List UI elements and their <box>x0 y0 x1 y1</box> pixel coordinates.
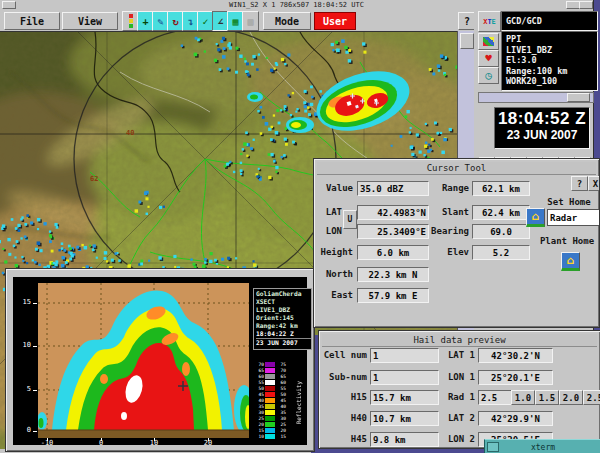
screen: WIN1_S2 X 1 786x507 18:04:52 UTC File Vi… <box>0 0 600 453</box>
map-label: 40 <box>126 129 134 137</box>
elev-field[interactable]: 5.2 <box>472 245 530 260</box>
x-tick: 10 <box>144 439 164 447</box>
lon1-label: LON 1 <box>421 370 475 383</box>
product-mosaic-icon[interactable] <box>478 33 499 50</box>
xsect-plot <box>38 283 249 438</box>
lon2-label: LON 2 <box>421 432 475 445</box>
bearing-label: Bearing <box>424 224 469 237</box>
user-mode-badge: User <box>314 12 356 30</box>
xterm-title: xterm <box>531 443 555 452</box>
scrollbar-thumb[interactable] <box>567 93 590 102</box>
y-tick: 5 <box>15 385 31 393</box>
xsect-legend-title: Reflectivity <box>295 367 302 439</box>
product-info-display: PPI LIVE1_DBZ El:3.0 Range:100 km WORK20… <box>501 31 598 91</box>
minimize-icon[interactable] <box>566 1 580 9</box>
h40-label: H40 <box>321 411 367 424</box>
east-label: East <box>318 288 353 301</box>
cell-num-label: Cell num <box>321 348 367 361</box>
xsect-canvas[interactable]: 15 10 5 0 -10 0 10 20 GoliamCherda XSECT… <box>13 277 307 445</box>
value-label: Value <box>322 181 353 194</box>
xsect-info-box: GoliamCherda XSECT LIVE1_DBZ Orient:145 … <box>253 288 312 350</box>
y-tick: 0 <box>15 426 31 434</box>
x-tick: 0 <box>91 439 111 447</box>
rad1-label: Rad 1 <box>421 390 475 403</box>
north-label: North <box>318 267 353 280</box>
slant-label: Slant <box>424 205 469 218</box>
file-menu-button[interactable]: File <box>4 12 60 30</box>
home-icon[interactable]: ⌂ <box>526 208 545 227</box>
mode-menu-button[interactable]: Mode <box>263 12 311 30</box>
dialog-close-button[interactable]: X <box>588 176 600 191</box>
east-field[interactable]: 57.9 km E <box>357 288 429 303</box>
xterm-titlebar[interactable]: xterm <box>484 439 600 453</box>
lon-field[interactable]: 25.3409°E <box>357 224 429 239</box>
rad1-option-button[interactable]: 2.5 <box>583 390 600 405</box>
panel-horizontal-scrollbar[interactable] <box>478 92 594 103</box>
lat-field[interactable]: 42.4983°N <box>357 205 429 220</box>
bearing-field[interactable]: 69.0 <box>472 224 530 239</box>
xsect-window[interactable]: 15 10 5 0 -10 0 10 20 GoliamCherda XSECT… <box>5 268 315 452</box>
view-menu-button[interactable]: View <box>62 12 118 30</box>
xterm-menu-icon[interactable] <box>487 442 499 452</box>
clock-display: 18:04:52 Z 23 JUN 2007 <box>494 107 590 149</box>
range-field[interactable]: 62.1 km <box>472 181 530 196</box>
dialog-help-button[interactable]: ? <box>571 176 588 191</box>
favorites-heart-icon[interactable]: ♥ <box>478 50 499 67</box>
y-tick: 10 <box>15 341 31 349</box>
elev-label: Elev <box>424 245 469 258</box>
product-link-icon[interactable]: XTE <box>478 11 501 32</box>
height-label: Height <box>318 245 353 258</box>
value-field[interactable]: 35.0 dBZ <box>357 181 429 196</box>
clock-time: 18:04:52 Z <box>495 109 589 128</box>
slant-field[interactable]: 62.4 km <box>472 205 530 220</box>
cursor-tool-titlebar[interactable]: Cursor Tool <box>317 162 596 175</box>
scrollbar-thumb[interactable] <box>460 33 474 49</box>
x-tick: 20 <box>198 439 218 447</box>
xsect-legend: 7075657060655560505545504045354030352530… <box>253 361 287 439</box>
print-icon: ▥ <box>242 11 259 31</box>
lat1-label: LAT 1 <box>421 348 475 361</box>
lat2-label: LAT 2 <box>421 411 475 424</box>
range-label: Range <box>424 181 469 194</box>
clock-icon[interactable]: ◷ <box>478 67 499 84</box>
hail-titlebar[interactable]: Hail data preview <box>322 334 597 347</box>
window-menu-icon[interactable] <box>2 1 16 9</box>
sub-num-label: Sub-num <box>321 370 367 383</box>
clock-date: 23 JUN 2007 <box>495 128 589 142</box>
rad1-option-button[interactable]: 1.0 <box>511 390 535 405</box>
plant-home-icon[interactable]: ⌂ <box>561 252 580 271</box>
height-field[interactable]: 6.0 km <box>357 245 429 260</box>
h15-label: H15 <box>321 390 367 403</box>
plant-home-label: Plant Home <box>536 234 598 247</box>
lat1-field[interactable]: 42°30.2'N <box>478 348 553 363</box>
lon-label: LON <box>322 224 342 237</box>
maximize-icon[interactable] <box>579 1 593 9</box>
rad1-option-button[interactable]: 2.0 <box>559 390 583 405</box>
y-tick: 15 <box>15 298 31 306</box>
rad1-field[interactable]: 2.5 <box>478 390 513 405</box>
set-home-label: Set Home <box>539 195 599 208</box>
h45-label: H45 <box>321 432 367 445</box>
home-target-select[interactable]: Radar <box>547 209 600 226</box>
lat-label: LAT <box>322 205 342 218</box>
scheme-display: GCD/GCD <box>501 11 598 31</box>
rad1-option-button[interactable]: 1.5 <box>535 390 559 405</box>
lat2-field[interactable]: 42°29.9'N <box>478 411 553 426</box>
units-toggle-button[interactable]: U <box>343 210 357 229</box>
map-label: 62 <box>90 175 98 183</box>
hail-window[interactable]: Hail data preview Cell num 1 LAT 1 42°30… <box>318 330 600 449</box>
lon1-field[interactable]: 25°20.1'E <box>478 370 553 385</box>
cursor-tool-window[interactable]: Cursor Tool ? X Value 35.0 dBZ Range 62.… <box>313 158 600 328</box>
window-title: WIN1_S2 X 1 786x507 18:04:52 UTC <box>229 1 364 9</box>
north-field[interactable]: 22.3 km N <box>357 267 429 282</box>
x-tick: -10 <box>37 439 57 447</box>
